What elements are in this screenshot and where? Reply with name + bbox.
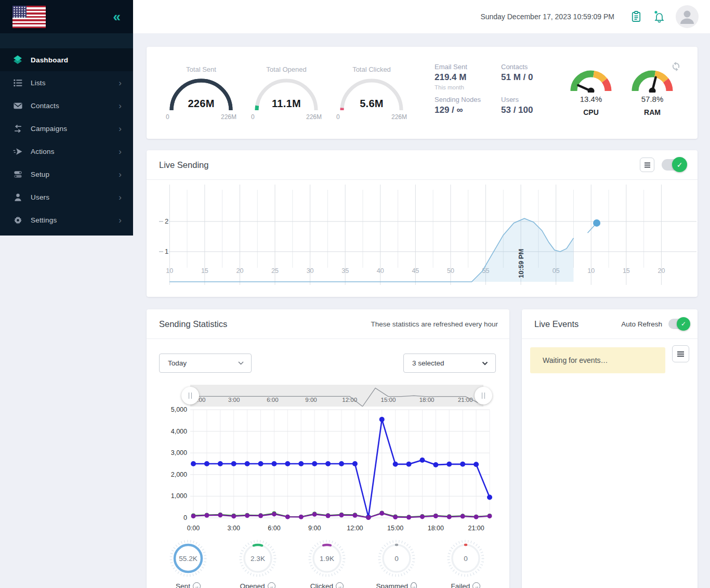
svg-text:21:00: 21:00 xyxy=(468,525,484,532)
auto-refresh-toggle[interactable]: ✓ xyxy=(668,319,689,329)
chevron-down-icon xyxy=(482,361,488,365)
sidebar-item-actions[interactable]: Actions › xyxy=(0,140,133,163)
chevron-right-icon: › xyxy=(119,170,122,179)
gauge-max: 226M xyxy=(391,113,407,121)
svg-text:1: 1 xyxy=(165,247,168,255)
svg-text:6:00: 6:00 xyxy=(267,397,278,403)
svg-text:3:00: 3:00 xyxy=(228,397,240,403)
sidebar-item-dashboard[interactable]: Dashboard xyxy=(0,48,133,71)
gauge-max: 226M xyxy=(306,113,322,121)
refresh-note: These statistics are refreshed every hou… xyxy=(371,320,498,328)
live-sending-card: Live Sending ✓ 1015202530354045505510:59… xyxy=(147,150,698,297)
sidebar-collapse-icon[interactable]: « xyxy=(113,10,121,23)
cpu-gauge-chart xyxy=(569,68,613,93)
user-avatar[interactable] xyxy=(676,5,699,28)
sidebar-item-label: Dashboard xyxy=(31,56,68,64)
clicked-link[interactable]: Clicked→ xyxy=(307,582,347,588)
send-icon xyxy=(12,146,23,156)
svg-text:50: 50 xyxy=(447,267,454,275)
user-icon xyxy=(12,192,23,202)
svg-text:55.2K: 55.2K xyxy=(179,555,197,563)
chevron-right-icon: › xyxy=(119,193,122,202)
svg-text:21:00: 21:00 xyxy=(458,397,473,403)
sidebar-item-label: Actions xyxy=(31,148,55,155)
events-menu-button[interactable] xyxy=(672,345,689,362)
chevron-right-icon: › xyxy=(119,216,122,225)
counter-opened: 2.3K Opened→ xyxy=(238,539,278,588)
chevron-right-icon: › xyxy=(119,79,122,87)
topbar: Sunday December 17, 2023 10:59:09 PM xyxy=(133,0,710,33)
svg-text:45: 45 xyxy=(412,267,419,275)
svg-text:20: 20 xyxy=(658,267,665,275)
sidebar-item-settings[interactable]: Settings › xyxy=(0,208,133,231)
total-clicked-gauge: Total Clicked 5.6M 0 226M xyxy=(335,47,408,130)
sidebar-item-label: Setup xyxy=(31,171,49,178)
svg-text:10: 10 xyxy=(166,267,173,275)
stat-sending-nodes: Sending Nodes 129 / ∞ xyxy=(435,96,481,115)
card-title: Live Events xyxy=(534,319,578,329)
sidebar-item-contacts[interactable]: Contacts › xyxy=(0,94,133,117)
sidebar-menu: Dashboard Lists › Contacts › Campaigns › xyxy=(0,48,133,236)
svg-text:15: 15 xyxy=(201,267,208,275)
opened-link[interactable]: Opened→ xyxy=(238,582,278,588)
stat-contacts: Contacts 51 M / 0 xyxy=(501,63,533,83)
date-range-value: Today xyxy=(168,359,187,367)
sidebar-item-users[interactable]: Users › xyxy=(0,186,133,208)
refresh-icon[interactable] xyxy=(671,61,681,73)
sending-statistics-chart: 01,0002,0003,0004,0005,0000:003:006:009:… xyxy=(157,406,499,537)
svg-text:3,000: 3,000 xyxy=(171,449,187,456)
navigator-right-handle[interactable] xyxy=(475,387,492,404)
ram-gauge: 57.8% RAM xyxy=(626,68,678,93)
live-sending-chart: 1015202530354045505510:59 PM0510152012 xyxy=(159,185,696,291)
series-select[interactable]: 3 selected xyxy=(403,354,496,373)
series-select-value: 3 selected xyxy=(412,359,444,367)
grip-icon xyxy=(482,393,485,399)
svg-text:10: 10 xyxy=(587,267,595,275)
navigator-left-handle[interactable] xyxy=(181,387,199,404)
svg-text:0: 0 xyxy=(183,514,187,521)
counter-knobs-row: 55.2K Sent→ 2.3K Opened→ 1.9K Clicked→ 0… xyxy=(168,539,485,588)
failed-link[interactable]: Failed→ xyxy=(446,582,485,588)
svg-text:4,000: 4,000 xyxy=(171,428,187,435)
gear-icon xyxy=(12,215,23,225)
sidebar-item-label: Settings xyxy=(31,216,57,224)
ram-label: RAM xyxy=(626,108,678,116)
sidebar-item-campaigns[interactable]: Campaigns › xyxy=(0,117,133,140)
svg-text:1.9K: 1.9K xyxy=(320,555,334,563)
spammed-link[interactable]: Spammed→ xyxy=(377,582,416,588)
live-sending-header: Live Sending ✓ xyxy=(147,150,698,180)
svg-text:0: 0 xyxy=(395,555,399,563)
chevron-right-icon: › xyxy=(119,101,122,110)
opened-knob: 2.3K xyxy=(238,539,278,578)
counter-sent: 55.2K Sent→ xyxy=(168,539,208,588)
bell-icon[interactable] xyxy=(652,10,666,23)
svg-text:2: 2 xyxy=(165,217,168,225)
sidebar-item-label: Campaigns xyxy=(31,125,67,133)
clipboard-icon[interactable] xyxy=(629,10,643,23)
live-events-header: Live Events Auto Refresh ✓ xyxy=(522,309,698,339)
lists-icon xyxy=(12,77,23,88)
date-range-select[interactable]: Today xyxy=(159,354,252,373)
toggle-check-icon: ✓ xyxy=(677,317,690,331)
toggle-check-icon: ✓ xyxy=(672,157,687,172)
sidebar-header: « xyxy=(0,0,133,33)
sidebar-item-lists[interactable]: Lists › xyxy=(0,71,133,94)
failed-knob: 0 xyxy=(446,539,485,578)
chart-range-navigator[interactable]: 0:003:006:009:0012:0015:0018:0021:00 xyxy=(190,385,483,407)
svg-text:0: 0 xyxy=(464,555,468,563)
card-title: Live Sending xyxy=(159,160,208,170)
sidebar-item-label: Users xyxy=(31,193,49,201)
cpu-gauge: 13.4% CPU xyxy=(565,68,617,93)
gauge-label: Total Sent xyxy=(165,66,238,73)
live-sending-toggle[interactable]: ✓ xyxy=(662,159,686,171)
svg-text:15:00: 15:00 xyxy=(381,397,396,403)
svg-text:40: 40 xyxy=(377,267,384,275)
gauge-value: 226M xyxy=(165,98,238,110)
dashboard-icon xyxy=(12,55,23,65)
sidebar-item-setup[interactable]: Setup › xyxy=(0,163,133,186)
sidebar-item-label: Contacts xyxy=(31,102,59,110)
chart-menu-button[interactable] xyxy=(640,158,654,172)
chevron-right-icon: › xyxy=(119,124,122,133)
sent-link[interactable]: Sent→ xyxy=(168,582,208,588)
counter-failed: 0 Failed→ xyxy=(446,539,485,588)
